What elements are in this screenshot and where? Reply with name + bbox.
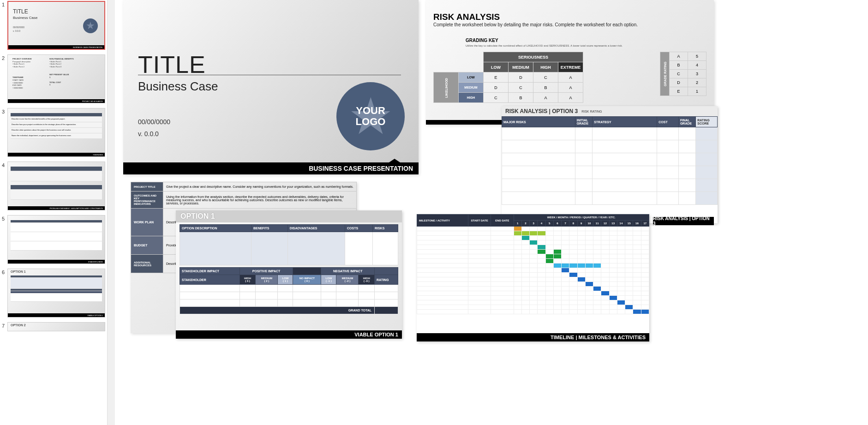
thumb-number: 1 (2, 1, 7, 7)
slide-timeline[interactable]: MILESTONE / ACTIVITY START DATE END DATE… (417, 214, 649, 341)
option1-table: OPTION DESCRIPTIONBENEFITSDISADVANTAGESC… (180, 224, 398, 265)
thumbnail-7[interactable]: OPTION 2 (7, 322, 105, 331)
risk-option3-table: MAJOR RISKSINITIAL GRADESTRATEGYCOSTFINA… (502, 116, 718, 205)
slide-risk-option3[interactable]: RISK ANALYSIS | OPTION 3RISK RATING MAJO… (502, 106, 718, 223)
thumbnail-6[interactable]: OPTION 1 VIABLE OPTION 1 (7, 269, 105, 317)
thumbnail-4[interactable]: PROBLEM STATEMENT / ASSUMPTIONS AND CONS… (7, 162, 105, 210)
logo-icon: ★ (83, 18, 98, 33)
thumb-row-1: 1 TITLE Business Case 00/00/0000 v. 0.0.… (0, 0, 107, 54)
grade-rating-table: GRADE RATINGA5 B4 C3 D2 E1 (660, 52, 706, 96)
notch-icon (389, 159, 400, 162)
scrollbar[interactable] (108, 0, 115, 425)
stakeholder-table: STAKEHOLDER IMPACTPOSITIVE IMPACTNEGATIV… (180, 267, 398, 314)
ra3-footer-label: RISK ANALYSIS | OPTION 3 (653, 217, 714, 225)
divider (138, 75, 401, 75)
thumbnail-5[interactable]: STAKEHOLDERS (7, 215, 105, 264)
slide-thumbnail-panel: 1 TITLE Business Case 00/00/0000 v. 0.0.… (0, 0, 107, 425)
slide-title[interactable]: TITLE Business Case ★ YOURLOGO 00/00/000… (123, 0, 419, 174)
thumbnail-3[interactable]: Describe in one line the intended benefi… (7, 108, 105, 157)
risk-matrix-table: SERIOUSNESS LOWMEDIUMHIGHEXTREME LIKELIH… (433, 52, 583, 103)
presentation-title: TITLE (138, 51, 206, 78)
thumbnail-1[interactable]: TITLE Business Case 00/00/0000 v. 0.0.0 … (7, 1, 105, 50)
slide-canvas: TITLE Business Case ★ YOURLOGO 00/00/000… (107, 0, 868, 425)
version-field: v. 0.0.0 (138, 130, 159, 138)
timeline-table: MILESTONE / ACTIVITY START DATE END DATE… (417, 214, 649, 314)
presentation-subtitle: Business Case (138, 79, 218, 94)
thumbnail-2[interactable]: PROJECT OVERVIEWParagraph description• B… (7, 54, 105, 103)
logo-placeholder: ★ YOURLOGO (336, 82, 405, 150)
slide-option1[interactable]: OPTION 1 OPTION DESCRIPTIONBENEFITSDISAD… (176, 210, 402, 339)
footer-label: BUSINESS CASE PRESENTATION (123, 162, 419, 174)
date-field: 00/00/0000 (138, 118, 170, 126)
